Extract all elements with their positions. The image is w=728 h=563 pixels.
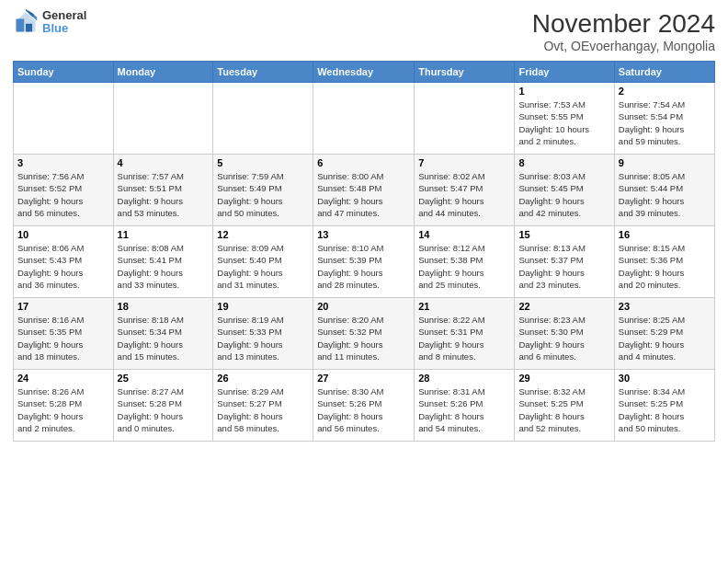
- day-info: Sunrise: 8:00 AM Sunset: 5:48 PM Dayligh…: [317, 170, 410, 219]
- col-header-tuesday: Tuesday: [213, 62, 313, 83]
- day-cell: 12Sunrise: 8:09 AM Sunset: 5:40 PM Dayli…: [213, 226, 313, 298]
- header-row: SundayMondayTuesdayWednesdayThursdayFrid…: [14, 62, 715, 83]
- day-number: 7: [418, 157, 510, 168]
- day-info: Sunrise: 8:10 AM Sunset: 5:39 PM Dayligh…: [317, 242, 410, 291]
- day-cell: 28Sunrise: 8:31 AM Sunset: 5:26 PM Dayli…: [415, 370, 515, 442]
- day-cell: 9Sunrise: 8:05 AM Sunset: 5:44 PM Daylig…: [614, 155, 714, 226]
- day-cell: 3Sunrise: 7:56 AM Sunset: 5:52 PM Daylig…: [14, 155, 114, 226]
- week-row-3: 17Sunrise: 8:16 AM Sunset: 5:35 PM Dayli…: [14, 298, 715, 370]
- day-number: 6: [317, 157, 410, 168]
- day-number: 1: [518, 86, 609, 97]
- svg-rect-4: [17, 19, 25, 32]
- day-cell: 8Sunrise: 8:03 AM Sunset: 5:45 PM Daylig…: [515, 155, 614, 226]
- day-cell: 17Sunrise: 8:16 AM Sunset: 5:35 PM Dayli…: [14, 298, 114, 370]
- day-info: Sunrise: 8:31 AM Sunset: 5:26 PM Dayligh…: [418, 385, 510, 434]
- subtitle: Ovt, OEvoerhangay, Mongolia: [532, 39, 715, 53]
- day-cell: 18Sunrise: 8:18 AM Sunset: 5:34 PM Dayli…: [113, 298, 213, 370]
- title-section: November 2024 Ovt, OEvoerhangay, Mongoli…: [532, 9, 715, 53]
- day-cell: [415, 83, 515, 155]
- day-number: 29: [518, 373, 609, 384]
- day-cell: 13Sunrise: 8:10 AM Sunset: 5:39 PM Dayli…: [313, 226, 415, 298]
- day-info: Sunrise: 8:26 AM Sunset: 5:28 PM Dayligh…: [17, 385, 109, 434]
- day-cell: 27Sunrise: 8:30 AM Sunset: 5:26 PM Dayli…: [313, 370, 415, 442]
- col-header-wednesday: Wednesday: [313, 62, 415, 83]
- day-number: 18: [118, 301, 210, 312]
- page: General Blue November 2024 Ovt, OEvoerha…: [0, 0, 728, 563]
- day-cell: 7Sunrise: 8:02 AM Sunset: 5:47 PM Daylig…: [415, 155, 515, 226]
- day-cell: 24Sunrise: 8:26 AM Sunset: 5:28 PM Dayli…: [14, 370, 114, 442]
- logo-icon: [13, 9, 39, 35]
- day-number: 4: [118, 157, 210, 168]
- day-number: 10: [17, 229, 109, 240]
- col-header-thursday: Thursday: [415, 62, 515, 83]
- day-cell: 25Sunrise: 8:27 AM Sunset: 5:28 PM Dayli…: [113, 370, 213, 442]
- day-info: Sunrise: 8:06 AM Sunset: 5:43 PM Dayligh…: [17, 242, 109, 291]
- day-cell: 22Sunrise: 8:23 AM Sunset: 5:30 PM Dayli…: [515, 298, 614, 370]
- day-number: 12: [217, 229, 309, 240]
- day-cell: 11Sunrise: 8:08 AM Sunset: 5:41 PM Dayli…: [113, 226, 213, 298]
- day-number: 11: [118, 229, 210, 240]
- day-info: Sunrise: 8:09 AM Sunset: 5:40 PM Dayligh…: [217, 242, 309, 291]
- day-cell: [113, 83, 213, 155]
- day-info: Sunrise: 8:02 AM Sunset: 5:47 PM Dayligh…: [418, 170, 510, 219]
- day-info: Sunrise: 8:30 AM Sunset: 5:26 PM Dayligh…: [317, 385, 410, 434]
- day-cell: 21Sunrise: 8:22 AM Sunset: 5:31 PM Dayli…: [415, 298, 515, 370]
- day-info: Sunrise: 7:54 AM Sunset: 5:54 PM Dayligh…: [619, 98, 711, 147]
- day-number: 16: [619, 229, 711, 240]
- day-info: Sunrise: 8:19 AM Sunset: 5:33 PM Dayligh…: [217, 314, 309, 362]
- week-row-2: 10Sunrise: 8:06 AM Sunset: 5:43 PM Dayli…: [14, 226, 715, 298]
- day-number: 19: [217, 301, 309, 312]
- day-number: 23: [619, 301, 711, 312]
- day-number: 27: [317, 373, 410, 384]
- day-number: 22: [518, 301, 609, 312]
- day-cell: 29Sunrise: 8:32 AM Sunset: 5:25 PM Dayli…: [515, 370, 614, 442]
- calendar-table: SundayMondayTuesdayWednesdayThursdayFrid…: [13, 61, 715, 442]
- logo-line2: Blue: [42, 22, 86, 35]
- day-info: Sunrise: 7:53 AM Sunset: 5:55 PM Dayligh…: [518, 98, 609, 147]
- day-number: 24: [17, 373, 109, 384]
- day-info: Sunrise: 8:25 AM Sunset: 5:29 PM Dayligh…: [619, 314, 711, 362]
- day-number: 26: [217, 373, 309, 384]
- day-cell: 4Sunrise: 7:57 AM Sunset: 5:51 PM Daylig…: [113, 155, 213, 226]
- day-number: 28: [418, 373, 510, 384]
- day-cell: 16Sunrise: 8:15 AM Sunset: 5:36 PM Dayli…: [614, 226, 714, 298]
- day-cell: 5Sunrise: 7:59 AM Sunset: 5:49 PM Daylig…: [213, 155, 313, 226]
- day-cell: 19Sunrise: 8:19 AM Sunset: 5:33 PM Dayli…: [213, 298, 313, 370]
- day-info: Sunrise: 8:20 AM Sunset: 5:32 PM Dayligh…: [317, 314, 410, 362]
- day-cell: 26Sunrise: 8:29 AM Sunset: 5:27 PM Dayli…: [213, 370, 313, 442]
- day-number: 14: [418, 229, 510, 240]
- day-cell: 1Sunrise: 7:53 AM Sunset: 5:55 PM Daylig…: [515, 83, 614, 155]
- day-number: 21: [418, 301, 510, 312]
- col-header-friday: Friday: [515, 62, 614, 83]
- day-info: Sunrise: 8:08 AM Sunset: 5:41 PM Dayligh…: [118, 242, 210, 291]
- day-info: Sunrise: 7:59 AM Sunset: 5:49 PM Dayligh…: [217, 170, 309, 219]
- month-title: November 2024: [532, 9, 715, 39]
- logo-line1: General: [42, 9, 86, 22]
- day-cell: 6Sunrise: 8:00 AM Sunset: 5:48 PM Daylig…: [313, 155, 415, 226]
- day-number: 8: [518, 157, 609, 168]
- day-cell: [313, 83, 415, 155]
- day-cell: 20Sunrise: 8:20 AM Sunset: 5:32 PM Dayli…: [313, 298, 415, 370]
- day-info: Sunrise: 7:56 AM Sunset: 5:52 PM Dayligh…: [17, 170, 109, 219]
- col-header-saturday: Saturday: [614, 62, 714, 83]
- day-number: 3: [17, 157, 109, 168]
- week-row-4: 24Sunrise: 8:26 AM Sunset: 5:28 PM Dayli…: [14, 370, 715, 442]
- week-row-1: 3Sunrise: 7:56 AM Sunset: 5:52 PM Daylig…: [14, 155, 715, 226]
- day-cell: 23Sunrise: 8:25 AM Sunset: 5:29 PM Dayli…: [614, 298, 714, 370]
- col-header-sunday: Sunday: [14, 62, 114, 83]
- day-cell: 15Sunrise: 8:13 AM Sunset: 5:37 PM Dayli…: [515, 226, 614, 298]
- day-cell: 14Sunrise: 8:12 AM Sunset: 5:38 PM Dayli…: [415, 226, 515, 298]
- day-cell: 2Sunrise: 7:54 AM Sunset: 5:54 PM Daylig…: [614, 83, 714, 155]
- svg-rect-5: [26, 24, 32, 32]
- day-number: 17: [17, 301, 109, 312]
- day-number: 13: [317, 229, 410, 240]
- col-header-monday: Monday: [113, 62, 213, 83]
- logo: General Blue: [13, 9, 86, 36]
- day-info: Sunrise: 8:05 AM Sunset: 5:44 PM Dayligh…: [619, 170, 711, 219]
- day-number: 25: [118, 373, 210, 384]
- day-number: 15: [518, 229, 609, 240]
- day-info: Sunrise: 8:34 AM Sunset: 5:25 PM Dayligh…: [619, 385, 711, 434]
- day-info: Sunrise: 8:22 AM Sunset: 5:31 PM Dayligh…: [418, 314, 510, 362]
- day-number: 9: [619, 157, 711, 168]
- day-info: Sunrise: 8:12 AM Sunset: 5:38 PM Dayligh…: [418, 242, 510, 291]
